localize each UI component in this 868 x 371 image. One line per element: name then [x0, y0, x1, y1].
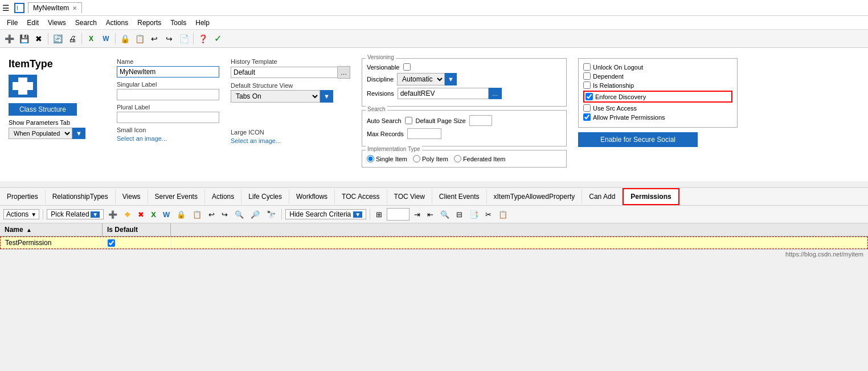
enforce-discovery-checkbox[interactable]	[586, 93, 593, 100]
show-params-arrow[interactable]: ▼	[72, 128, 85, 139]
single-item-radio[interactable]	[367, 155, 374, 162]
undo2-button[interactable]: ↩	[206, 208, 217, 221]
hide-search-criteria[interactable]: Hide Search Criteria ▼	[285, 209, 366, 219]
menu-tools[interactable]: Tools	[166, 18, 191, 28]
lock-button[interactable]: 🔒	[118, 32, 132, 46]
max-records-input[interactable]	[407, 128, 441, 139]
tab-properties[interactable]: Properties	[0, 189, 46, 204]
discipline-select-group[interactable]: Automatic ▼	[397, 73, 457, 85]
menu-edit[interactable]: Edit	[22, 18, 43, 28]
zoom-button[interactable]: 🔭	[264, 208, 278, 221]
text-input-button[interactable]	[387, 208, 410, 221]
federated-item-radio[interactable]	[454, 155, 461, 162]
tab-toc-access[interactable]: TOC Access	[335, 189, 387, 204]
actions-dropdown[interactable]: Actions ▼	[3, 209, 39, 219]
tab-permissions[interactable]: Permissions	[623, 188, 679, 205]
auto-search-checkbox[interactable]	[405, 117, 412, 124]
small-icon-link[interactable]: Select an image...	[117, 135, 167, 142]
help-button[interactable]: ❓	[196, 32, 210, 46]
pick-related-dropdown[interactable]: Pick Related ▼	[47, 209, 104, 219]
default-structure-select[interactable]: Tabs On Tabs Off	[231, 90, 320, 103]
copy-button[interactable]: 📋	[133, 32, 146, 46]
singular-input[interactable]	[117, 89, 219, 100]
versionable-checkbox[interactable]	[403, 63, 411, 71]
plural-input[interactable]	[117, 112, 219, 123]
copy3-button[interactable]: 📑	[467, 208, 481, 221]
poly-item-radio[interactable]	[413, 155, 420, 162]
default-structure-select-group[interactable]: Tabs On Tabs Off ▼	[231, 90, 333, 103]
redo2-button[interactable]: ↪	[219, 208, 230, 221]
grid-view-button[interactable]: ⊞	[374, 208, 384, 221]
poly-item-option[interactable]: Poly Item	[413, 155, 448, 162]
add-button[interactable]: ➕	[2, 32, 16, 46]
default-page-size-input[interactable]	[469, 115, 492, 126]
single-item-option[interactable]: Single Item	[367, 155, 407, 162]
default-structure-arrow[interactable]: ▼	[320, 90, 333, 103]
check-button[interactable]: ✓	[211, 32, 224, 46]
revisions-input[interactable]	[398, 88, 489, 99]
hamburger-icon[interactable]: ☰	[2, 3, 10, 13]
excel-button[interactable]: X	[84, 32, 98, 46]
color-copy-button[interactable]: ❖	[122, 208, 133, 221]
refresh-button[interactable]: 🔄	[51, 32, 64, 46]
tab-actions[interactable]: Actions	[205, 189, 241, 204]
dependent-checkbox[interactable]	[583, 72, 591, 80]
menu-actions[interactable]: Actions	[101, 18, 133, 28]
word-button[interactable]: W	[99, 32, 113, 46]
menu-reports[interactable]: Reports	[133, 18, 166, 28]
name-input[interactable]: MyNewItem	[117, 66, 219, 78]
large-icon-link[interactable]: Select an image...	[231, 137, 281, 144]
secure-social-button[interactable]: Enable for Secure Social	[578, 132, 698, 147]
tab-client-events[interactable]: Client Events	[432, 189, 487, 204]
word-export-button[interactable]: W	[161, 208, 172, 221]
tab-views[interactable]: Views	[116, 189, 148, 204]
document-tab[interactable]: MyNewItem ✕	[28, 2, 82, 13]
discipline-select[interactable]: Automatic	[397, 73, 445, 85]
print-button[interactable]: 🖨	[65, 32, 79, 46]
show-params-select[interactable]: When Populated Always Never	[9, 128, 72, 139]
history-template-input[interactable]	[231, 67, 338, 78]
tab-can-add[interactable]: Can Add	[582, 189, 623, 204]
indent-button[interactable]: ⇥	[412, 208, 423, 221]
delete-button[interactable]: ✖	[32, 32, 46, 46]
table-row[interactable]: TestPermission	[0, 237, 868, 249]
grid-col-is-default[interactable]: Is Default	[103, 223, 171, 236]
save-button[interactable]: 💾	[17, 32, 31, 46]
layout-button[interactable]: ⊟	[454, 208, 465, 221]
use-src-access-checkbox[interactable]	[583, 104, 591, 112]
redo-button[interactable]: ↪	[162, 32, 176, 46]
tab-xitemtype[interactable]: xItemTypeAllowedProperty	[487, 189, 583, 204]
unlock-on-logout-checkbox[interactable]	[583, 63, 591, 71]
allow-private-permissions-checkbox[interactable]	[583, 113, 591, 121]
is-default-checkbox[interactable]	[108, 239, 115, 247]
cut-button[interactable]: ✂	[483, 208, 494, 221]
menu-search[interactable]: Search	[71, 18, 101, 28]
menu-file[interactable]: File	[2, 18, 22, 28]
grid-col-name[interactable]: Name ▲	[0, 223, 103, 236]
class-structure-button[interactable]: Class Structure	[9, 103, 77, 116]
add-row-button[interactable]: ➕	[106, 208, 120, 221]
tab-life-cycles[interactable]: Life Cycles	[241, 189, 289, 204]
close-tab-icon[interactable]: ✕	[72, 5, 77, 11]
lock2-button[interactable]: 🔒	[174, 208, 188, 221]
undo-button[interactable]: ↩	[148, 32, 161, 46]
search2-button[interactable]: 🔍	[232, 208, 246, 221]
excel-export-button[interactable]: X	[149, 208, 158, 221]
revisions-btn[interactable]: …	[489, 88, 502, 99]
discipline-arrow[interactable]: ▼	[445, 73, 457, 85]
show-params-dropdown[interactable]: When Populated Always Never ▼	[9, 128, 83, 139]
remove-button[interactable]: ✖	[136, 208, 146, 221]
copy2-button[interactable]: 📋	[190, 208, 204, 221]
history-template-btn[interactable]: …	[338, 66, 350, 79]
paste-button[interactable]: 📄	[177, 32, 191, 46]
menu-help[interactable]: Help	[191, 18, 214, 28]
tab-workflows[interactable]: Workflows	[289, 189, 335, 204]
tab-toc-view[interactable]: TOC View	[387, 189, 432, 204]
is-relationship-checkbox[interactable]	[583, 81, 591, 89]
outdent-button[interactable]: ⇤	[425, 208, 436, 221]
federated-item-option[interactable]: Federated Item	[454, 155, 506, 162]
tab-server-events[interactable]: Server Events	[148, 189, 205, 204]
find-button[interactable]: 🔍	[438, 208, 452, 221]
filter-button[interactable]: 🔎	[248, 208, 262, 221]
paste3-button[interactable]: 📋	[496, 208, 510, 221]
